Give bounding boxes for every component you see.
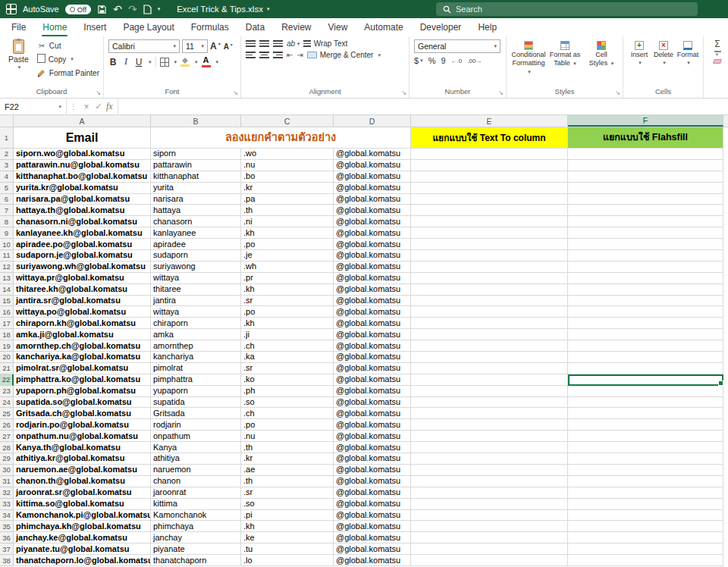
row-header-24[interactable]: 24 — [0, 397, 14, 409]
row-header-36[interactable]: 36 — [0, 532, 14, 544]
cell-A15[interactable]: jantira.sr@global.komatsu — [14, 296, 151, 307]
cell-C15[interactable]: .sr — [241, 296, 334, 307]
cell-B12[interactable]: suriyawong — [151, 262, 241, 273]
cell-D29[interactable]: @global.komatsu — [334, 453, 411, 465]
cell-E6[interactable] — [411, 194, 568, 205]
row-header-13[interactable]: 13 — [0, 273, 14, 284]
cell-D2[interactable]: @global.komatsu — [334, 149, 411, 160]
cell-C38[interactable]: .lo — [241, 555, 334, 566]
save-icon[interactable] — [97, 5, 107, 14]
cell-C30[interactable]: .ae — [241, 465, 334, 476]
cell-A6[interactable]: narisara.pa@global.komatsu — [14, 194, 151, 205]
cell-B13[interactable]: wittaya — [151, 273, 241, 284]
row-header-1[interactable]: 1 — [0, 127, 14, 149]
row-header-7[interactable]: 7 — [0, 205, 14, 216]
cell-C16[interactable]: .po — [241, 306, 334, 318]
row-header-23[interactable]: 23 — [0, 386, 14, 397]
cell-E26[interactable] — [411, 419, 568, 431]
cell-E11[interactable] — [411, 250, 568, 262]
row-header-25[interactable]: 25 — [0, 408, 14, 419]
cell-C14[interactable]: .kh — [241, 284, 334, 296]
row-header-3[interactable]: 3 — [0, 160, 14, 171]
quick-access-menu-chevron[interactable]: ▾ — [158, 6, 161, 12]
cell-E34[interactable] — [411, 510, 568, 522]
cell-E28[interactable] — [411, 442, 568, 453]
copy-button[interactable]: Copy ▾ — [37, 53, 99, 65]
alignment-dialog-launcher[interactable]: ↘ — [401, 90, 406, 96]
row-header-27[interactable]: 27 — [0, 431, 14, 442]
cell-F23[interactable] — [568, 386, 723, 397]
cell-E12[interactable] — [411, 262, 568, 273]
tab-developer[interactable]: Developer — [412, 18, 470, 36]
cell-F20[interactable] — [568, 352, 723, 363]
increase-font-button[interactable]: A▲ — [210, 41, 221, 52]
row-header-4[interactable]: 4 — [0, 171, 14, 183]
paste-button[interactable]: Paste ▾ — [5, 39, 33, 86]
cell-D27[interactable]: @global.komatsu — [334, 431, 411, 442]
cell-D24[interactable]: @global.komatsu — [334, 397, 411, 409]
cell-B31[interactable]: chanon — [151, 476, 241, 487]
row-header-34[interactable]: 34 — [0, 510, 14, 522]
autosave-toggle[interactable]: Off — [65, 5, 92, 14]
cell-A18[interactable]: amka.ji@global.komatsu — [14, 329, 151, 340]
tab-view[interactable]: View — [320, 18, 356, 36]
cell-E32[interactable] — [411, 487, 568, 499]
cell-B4[interactable]: kitthanaphat — [151, 171, 241, 183]
row-header-12[interactable]: 12 — [0, 262, 14, 273]
cancel-icon[interactable]: × — [80, 102, 93, 112]
cell-A4[interactable]: kitthanaphat.bo@global.komatsu — [14, 171, 151, 183]
cell-D35[interactable]: @global.komatsu — [334, 521, 411, 532]
underline-button[interactable]: U — [134, 57, 143, 67]
cell-A26[interactable]: rodjarin.po@global.komatsu — [14, 419, 151, 431]
cell-F15[interactable] — [568, 296, 723, 307]
cell-E23[interactable] — [411, 386, 568, 397]
cell-B35[interactable]: phimchaya — [151, 521, 241, 532]
cell-C5[interactable]: .kr — [241, 183, 334, 194]
cell-B11[interactable]: sudaporn — [151, 250, 241, 262]
cell-A12[interactable]: suriyawong.wh@global.komatsu — [14, 262, 151, 273]
select-all-corner[interactable] — [0, 115, 14, 127]
cell-C24[interactable]: .so — [241, 397, 334, 409]
name-box[interactable]: F22 ▾ — [0, 99, 67, 114]
row-header-32[interactable]: 32 — [0, 487, 14, 499]
cell-D4[interactable]: @global.komatsu — [334, 171, 411, 183]
cell-D22[interactable]: @global.komatsu — [334, 374, 411, 386]
cell-B16[interactable]: wittaya — [151, 306, 241, 318]
cell-A34[interactable]: Kamonchanok.pi@global.komatsu — [14, 510, 151, 522]
cell-D13[interactable]: @global.komatsu — [334, 273, 411, 284]
align-left-icon[interactable] — [246, 52, 256, 58]
cell-D9[interactable]: @global.komatsu — [334, 227, 411, 239]
cell-B32[interactable]: jaroonrat — [151, 487, 241, 499]
row-header-21[interactable]: 21 — [0, 363, 14, 374]
cell-B21[interactable]: pimolrat — [151, 363, 241, 374]
cell-C21[interactable]: .sr — [241, 363, 334, 374]
cell-A33[interactable]: kittima.so@global.komatsu — [14, 499, 151, 510]
tab-data[interactable]: Data — [237, 18, 273, 36]
cell-D11[interactable]: @global.komatsu — [334, 250, 411, 262]
quick-access-icon[interactable] — [143, 5, 152, 14]
cell-F35[interactable] — [568, 521, 723, 532]
font-color-button[interactable]: A — [202, 56, 211, 67]
cell-B24[interactable]: supatida — [151, 397, 241, 409]
cell-C3[interactable]: .nu — [241, 160, 334, 171]
cell-styles-button[interactable]: Cell Styles ▾ — [584, 39, 619, 86]
cell-D32[interactable]: @global.komatsu — [334, 487, 411, 499]
row-header-9[interactable]: 9 — [0, 227, 14, 239]
cell-C10[interactable]: .po — [241, 239, 334, 250]
row-header-33[interactable]: 33 — [0, 499, 14, 510]
namebox-splitter[interactable]: ⋮ — [70, 102, 77, 111]
cell-A1[interactable]: Email — [14, 127, 151, 149]
cell-B28[interactable]: Kanya — [151, 442, 241, 453]
cell-C20[interactable]: .ka — [241, 352, 334, 363]
cell-B17[interactable]: chiraporn — [151, 318, 241, 329]
cell-C34[interactable]: .pi — [241, 510, 334, 522]
cell-E27[interactable] — [411, 431, 568, 442]
cell-E38[interactable] — [411, 555, 568, 566]
decrease-font-button[interactable]: A▼ — [224, 42, 234, 51]
search-box[interactable]: Search — [436, 2, 698, 16]
cell-A31[interactable]: chanon.th@global.komatsu — [14, 476, 151, 487]
cell-E13[interactable] — [411, 273, 568, 284]
cell-B30[interactable]: naruemon — [151, 465, 241, 476]
row-header-5[interactable]: 5 — [0, 183, 14, 194]
font-name-combo[interactable]: Calibri ▾ — [108, 39, 180, 53]
